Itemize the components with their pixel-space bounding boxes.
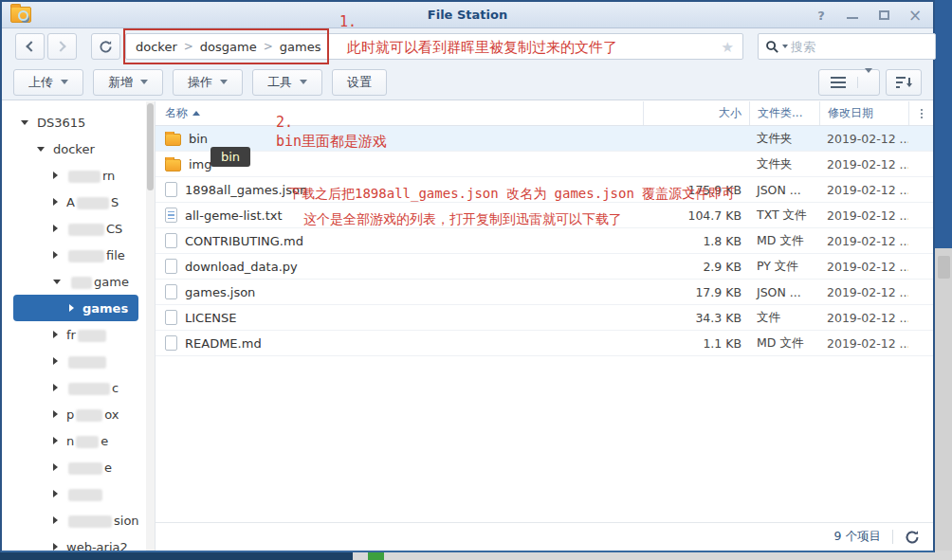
close-icon[interactable]: × — [908, 9, 922, 22]
sidebar-item-redacted-8[interactable]: pox — [2, 401, 155, 427]
sidebar-item-redacted-1[interactable]: rn — [2, 162, 155, 189]
file-name-cell: games.json — [156, 284, 643, 299]
sidebar-item-redacted-6[interactable] — [2, 348, 155, 374]
desktop-shortcut — [938, 256, 950, 279]
settings-button[interactable]: 设置 — [332, 69, 387, 96]
tools-button[interactable]: 工具 — [252, 69, 322, 96]
sidebar-item-label: AS — [66, 195, 119, 209]
column-size-label: 大小 — [719, 105, 741, 121]
create-button[interactable]: 新增 — [93, 69, 163, 96]
expand-arrow-icon[interactable] — [37, 147, 45, 152]
column-header-type[interactable]: 文件类... — [749, 101, 819, 125]
caret-down-icon — [140, 80, 148, 84]
column-header-date[interactable]: 修改日期 — [819, 101, 908, 125]
sidebar-item-redacted-7[interactable]: c — [2, 374, 155, 401]
titlebar[interactable]: File Station ? × — [2, 2, 933, 28]
back-button[interactable] — [15, 33, 45, 60]
favorite-star-icon[interactable]: ★ — [722, 39, 734, 56]
sidebar-item-redacted-5[interactable]: fr — [2, 321, 155, 348]
window-title: File Station — [2, 8, 933, 22]
sidebar-item-label: sion — [66, 514, 139, 528]
redacted-blur — [68, 250, 104, 262]
address-bar[interactable]: docker > dosgame > games ★ — [125, 33, 743, 60]
list-view-icon — [831, 77, 846, 88]
chevron-right-icon — [55, 41, 65, 51]
sidebar-item-docker[interactable]: docker — [2, 135, 155, 162]
sidebar-item-redacted-3[interactable]: CS — [2, 215, 155, 242]
file-name: CONTRIBUTING.md — [185, 234, 303, 248]
file-row-CONTRIBUTING.md[interactable]: CONTRIBUTING.md1.8 KBMD 文件2019-02-12 ... — [156, 228, 933, 254]
upload-button[interactable]: 上传 — [13, 69, 83, 96]
desktop-wallpaper — [935, 0, 952, 248]
file-row-bin[interactable]: bin文件夹2019-02-12 ... — [156, 126, 933, 152]
expand-arrow-icon[interactable] — [53, 490, 58, 497]
minimize-icon[interactable] — [847, 11, 858, 19]
expand-arrow-icon[interactable] — [53, 384, 58, 391]
expand-arrow-icon[interactable] — [21, 120, 28, 125]
file-row-download_data.py[interactable]: download_data.py2.9 KBPY 文件2019-02-12 ..… — [156, 254, 933, 280]
refresh-button[interactable] — [91, 33, 120, 60]
sidebar-item-redacted-4[interactable]: file — [2, 242, 155, 268]
sidebar-scrollbar-thumb[interactable] — [147, 103, 154, 190]
sidebar-item-redacted-2[interactable]: AS — [2, 189, 155, 215]
sidebar-item-redacted-9[interactable]: ne — [2, 427, 155, 454]
breadcrumb-games[interactable]: games — [280, 40, 321, 54]
sidebar-item-redacted-11[interactable] — [2, 480, 155, 507]
expand-arrow-icon[interactable] — [53, 280, 61, 284]
expand-arrow-icon[interactable] — [53, 410, 58, 418]
sidebar-item-web-aria2[interactable]: web-aria2 — [2, 533, 155, 551]
help-icon[interactable]: ? — [815, 9, 828, 22]
file-row-1898all_games.json[interactable]: 1898all_games.json175.9 KBJSON ...2019-0… — [156, 177, 933, 203]
refresh-list-button[interactable] — [905, 530, 920, 545]
caret-down-icon — [300, 80, 307, 84]
file-row-games.json[interactable]: games.json17.9 KBJSON ...2019-02-12 ... — [156, 280, 933, 305]
tools-label: 工具 — [267, 74, 292, 91]
expand-arrow-icon[interactable] — [53, 463, 58, 471]
view-mode-button[interactable] — [818, 69, 880, 96]
breadcrumb-dosgame[interactable]: dosgame — [200, 40, 257, 54]
file-row-all-geme-list.txt[interactable]: all-geme-list.txt104.7 KBTXT 文件2019-02-1… — [156, 203, 933, 228]
caret-down-icon — [220, 80, 228, 84]
file-row-LICENSE[interactable]: LICENSE34.3 KB文件2019-02-12 ... — [156, 305, 933, 331]
expand-arrow-icon[interactable] — [53, 251, 58, 259]
sidebar-item-redacted-10[interactable]: e — [2, 454, 155, 480]
forward-button[interactable] — [47, 33, 77, 60]
sidebar-scrollbar[interactable] — [146, 101, 155, 551]
sidebar-item-dosgame[interactable]: game — [2, 268, 155, 295]
file-name: README.md — [185, 336, 262, 351]
action-button[interactable]: 操作 — [173, 69, 243, 96]
caret-down-icon[interactable] — [865, 68, 872, 91]
status-divider — [892, 530, 893, 544]
expand-arrow-icon[interactable] — [53, 516, 58, 524]
file-type: MD 文件 — [749, 233, 819, 249]
expand-arrow-icon[interactable] — [53, 357, 58, 365]
expand-arrow-icon[interactable] — [69, 304, 74, 312]
file-icon — [165, 284, 177, 299]
column-options-button[interactable] — [908, 101, 933, 125]
search-options-caret-icon[interactable] — [782, 45, 788, 48]
maximize-icon[interactable] — [879, 10, 889, 20]
sort-button[interactable] — [886, 69, 922, 96]
file-row-img[interactable]: img文件夹2019-02-12 ... — [156, 152, 933, 177]
expand-arrow-icon[interactable] — [53, 331, 58, 338]
file-name: all-geme-list.txt — [185, 208, 283, 223]
file-row-README.md[interactable]: README.md1.1 KBMD 文件2019-02-12 ... — [156, 331, 933, 356]
column-header-name[interactable]: 名称 — [156, 101, 643, 125]
sidebar-item-redacted-12[interactable]: sion — [2, 507, 155, 533]
expand-arrow-icon[interactable] — [53, 225, 58, 232]
sidebar-item-ds3615[interactable]: DS3615 — [2, 109, 155, 135]
column-header-size[interactable]: 大小 — [643, 101, 749, 125]
sidebar-item-label — [66, 354, 108, 369]
search-box[interactable] — [758, 33, 936, 60]
sidebar-item-games[interactable]: games — [13, 295, 138, 321]
breadcrumb-docker[interactable]: docker — [136, 40, 177, 54]
file-name: img — [189, 157, 212, 172]
file-icon — [165, 310, 177, 325]
file-type: 文件夹 — [749, 156, 819, 172]
expand-arrow-icon[interactable] — [53, 198, 58, 206]
search-input[interactable] — [791, 40, 928, 54]
expand-arrow-icon[interactable] — [53, 172, 58, 179]
expand-arrow-icon[interactable] — [53, 437, 58, 444]
vertical-dots-icon — [921, 109, 923, 111]
expand-arrow-icon[interactable] — [53, 543, 58, 551]
